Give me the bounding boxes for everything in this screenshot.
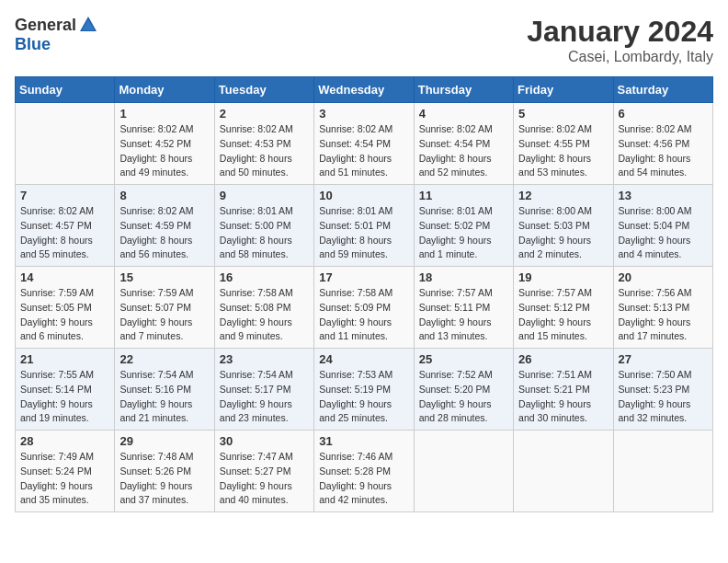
calendar-cell: 14Sunrise: 7:59 AMSunset: 5:05 PMDayligh… (16, 267, 115, 349)
day-info: Sunrise: 8:01 AMSunset: 5:02 PMDaylight:… (419, 204, 508, 262)
subtitle: Casei, Lombardy, Italy (527, 49, 713, 65)
calendar-table: SundayMondayTuesdayWednesdayThursdayFrid… (15, 76, 713, 512)
day-info: Sunrise: 8:02 AMSunset: 4:54 PMDaylight:… (319, 122, 408, 180)
day-number: 27 (619, 352, 708, 366)
calendar-cell (514, 431, 613, 512)
day-info: Sunrise: 8:02 AMSunset: 4:54 PMDaylight:… (419, 122, 508, 180)
day-info: Sunrise: 8:02 AMSunset: 4:53 PMDaylight:… (220, 122, 309, 180)
day-number: 16 (220, 270, 309, 284)
day-info: Sunrise: 7:52 AMSunset: 5:20 PMDaylight:… (419, 368, 508, 426)
calendar-cell: 19Sunrise: 7:57 AMSunset: 5:12 PMDayligh… (514, 267, 613, 349)
day-number: 10 (319, 189, 408, 202)
calendar-cell: 20Sunrise: 7:56 AMSunset: 5:13 PMDayligh… (613, 267, 712, 349)
day-number: 23 (220, 352, 309, 366)
calendar-cell: 29Sunrise: 7:48 AMSunset: 5:26 PMDayligh… (115, 431, 214, 512)
day-number: 20 (619, 270, 708, 284)
calendar-cell: 10Sunrise: 8:01 AMSunset: 5:01 PMDayligh… (314, 185, 414, 267)
day-number: 18 (419, 270, 508, 284)
day-info: Sunrise: 7:50 AMSunset: 5:23 PMDaylight:… (619, 368, 708, 426)
column-header-tuesday: Tuesday (214, 77, 313, 103)
day-info: Sunrise: 7:53 AMSunset: 5:19 PMDaylight:… (319, 368, 408, 426)
calendar-cell: 2Sunrise: 8:02 AMSunset: 4:53 PMDaylight… (214, 103, 313, 185)
day-info: Sunrise: 8:01 AMSunset: 5:00 PMDaylight:… (220, 204, 309, 262)
day-info: Sunrise: 7:57 AMSunset: 5:12 PMDaylight:… (518, 286, 608, 344)
calendar-cell: 6Sunrise: 8:02 AMSunset: 4:56 PMDaylight… (613, 103, 712, 185)
day-number: 17 (319, 270, 408, 284)
day-number: 14 (20, 270, 109, 284)
calendar-cell: 18Sunrise: 7:57 AMSunset: 5:11 PMDayligh… (414, 267, 513, 349)
day-info: Sunrise: 7:54 AMSunset: 5:16 PMDaylight:… (119, 368, 209, 426)
day-number: 25 (419, 352, 508, 366)
calendar-cell: 12Sunrise: 8:00 AMSunset: 5:03 PMDayligh… (514, 185, 613, 267)
column-header-friday: Friday (514, 77, 613, 103)
day-number: 13 (619, 189, 708, 202)
calendar-cell: 21Sunrise: 7:55 AMSunset: 5:14 PMDayligh… (16, 349, 115, 431)
day-number: 5 (518, 107, 608, 121)
day-info: Sunrise: 8:02 AMSunset: 4:59 PMDaylight:… (119, 204, 209, 262)
logo-icon (78, 15, 98, 35)
week-row-3: 14Sunrise: 7:59 AMSunset: 5:05 PMDayligh… (16, 267, 713, 349)
day-number: 24 (319, 352, 408, 366)
calendar-cell: 30Sunrise: 7:47 AMSunset: 5:27 PMDayligh… (214, 431, 313, 512)
day-number: 4 (419, 107, 508, 121)
day-number: 6 (619, 107, 708, 121)
column-header-sunday: Sunday (16, 77, 115, 103)
calendar-cell: 9Sunrise: 8:01 AMSunset: 5:00 PMDaylight… (214, 185, 313, 267)
day-number: 9 (220, 189, 309, 202)
calendar-cell (16, 103, 115, 185)
calendar-cell: 1Sunrise: 8:02 AMSunset: 4:52 PMDaylight… (115, 103, 214, 185)
calendar-cell: 24Sunrise: 7:53 AMSunset: 5:19 PMDayligh… (314, 349, 414, 431)
header: General Blue January 2024 Casei, Lombard… (15, 15, 713, 65)
day-info: Sunrise: 7:57 AMSunset: 5:11 PMDaylight:… (419, 286, 508, 344)
day-number: 12 (518, 189, 608, 202)
day-info: Sunrise: 7:59 AMSunset: 5:05 PMDaylight:… (20, 286, 109, 344)
day-number: 3 (319, 107, 408, 121)
calendar-cell: 15Sunrise: 7:59 AMSunset: 5:07 PMDayligh… (115, 267, 214, 349)
week-row-1: 1Sunrise: 8:02 AMSunset: 4:52 PMDaylight… (16, 103, 713, 185)
day-info: Sunrise: 7:58 AMSunset: 5:09 PMDaylight:… (319, 286, 408, 344)
day-info: Sunrise: 7:58 AMSunset: 5:08 PMDaylight:… (220, 286, 309, 344)
day-info: Sunrise: 7:56 AMSunset: 5:13 PMDaylight:… (619, 286, 708, 344)
day-info: Sunrise: 7:49 AMSunset: 5:24 PMDaylight:… (20, 450, 109, 508)
calendar-cell (414, 431, 513, 512)
column-header-wednesday: Wednesday (314, 77, 414, 103)
column-header-monday: Monday (115, 77, 214, 103)
logo-general-text: General (15, 16, 76, 35)
day-info: Sunrise: 7:59 AMSunset: 5:07 PMDaylight:… (119, 286, 209, 344)
calendar-body: 1Sunrise: 8:02 AMSunset: 4:52 PMDaylight… (16, 103, 713, 512)
calendar-cell (613, 431, 712, 512)
main-title: January 2024 (527, 15, 713, 49)
day-number: 28 (20, 434, 109, 448)
calendar-cell: 23Sunrise: 7:54 AMSunset: 5:17 PMDayligh… (214, 349, 313, 431)
day-number: 8 (119, 189, 209, 202)
day-info: Sunrise: 8:02 AMSunset: 4:52 PMDaylight:… (119, 122, 209, 180)
calendar-cell: 8Sunrise: 8:02 AMSunset: 4:59 PMDaylight… (115, 185, 214, 267)
week-row-4: 21Sunrise: 7:55 AMSunset: 5:14 PMDayligh… (16, 349, 713, 431)
calendar-cell: 3Sunrise: 8:02 AMSunset: 4:54 PMDaylight… (314, 103, 414, 185)
calendar-cell: 5Sunrise: 8:02 AMSunset: 4:55 PMDaylight… (514, 103, 613, 185)
day-number: 26 (518, 352, 608, 366)
calendar-cell: 26Sunrise: 7:51 AMSunset: 5:21 PMDayligh… (514, 349, 613, 431)
day-info: Sunrise: 8:02 AMSunset: 4:56 PMDaylight:… (619, 122, 708, 180)
day-number: 31 (319, 434, 408, 448)
day-info: Sunrise: 7:51 AMSunset: 5:21 PMDaylight:… (518, 368, 608, 426)
day-info: Sunrise: 8:02 AMSunset: 4:55 PMDaylight:… (518, 122, 608, 180)
calendar-cell: 16Sunrise: 7:58 AMSunset: 5:08 PMDayligh… (214, 267, 313, 349)
logo-blue-text: Blue (15, 35, 51, 54)
day-info: Sunrise: 7:55 AMSunset: 5:14 PMDaylight:… (20, 368, 109, 426)
calendar-cell: 11Sunrise: 8:01 AMSunset: 5:02 PMDayligh… (414, 185, 513, 267)
day-info: Sunrise: 7:48 AMSunset: 5:26 PMDaylight:… (119, 450, 209, 508)
day-info: Sunrise: 8:01 AMSunset: 5:01 PMDaylight:… (319, 204, 408, 262)
day-info: Sunrise: 7:47 AMSunset: 5:27 PMDaylight:… (220, 450, 309, 508)
day-number: 22 (119, 352, 209, 366)
day-number: 11 (419, 189, 508, 202)
calendar-cell: 17Sunrise: 7:58 AMSunset: 5:09 PMDayligh… (314, 267, 414, 349)
day-number: 21 (20, 352, 109, 366)
calendar-cell: 31Sunrise: 7:46 AMSunset: 5:28 PMDayligh… (314, 431, 414, 512)
day-info: Sunrise: 8:00 AMSunset: 5:03 PMDaylight:… (518, 204, 608, 262)
calendar-cell: 22Sunrise: 7:54 AMSunset: 5:16 PMDayligh… (115, 349, 214, 431)
day-number: 2 (220, 107, 309, 121)
calendar-cell: 25Sunrise: 7:52 AMSunset: 5:20 PMDayligh… (414, 349, 513, 431)
column-header-saturday: Saturday (613, 77, 712, 103)
day-number: 1 (119, 107, 209, 121)
